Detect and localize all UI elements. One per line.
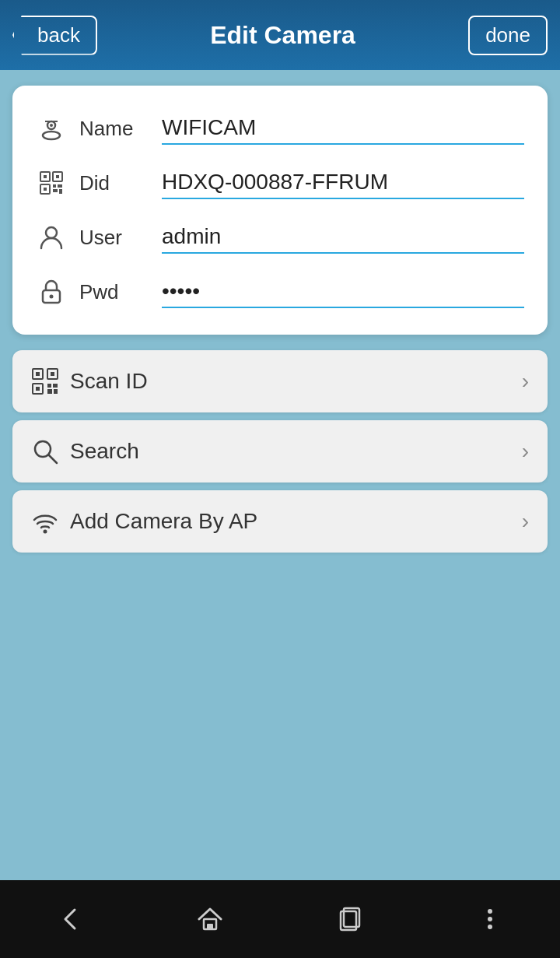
main-content: Name xyxy=(0,70,560,880)
search-label: Search xyxy=(70,439,139,464)
user-input-wrapper xyxy=(162,221,524,254)
svg-point-1 xyxy=(50,124,53,127)
svg-rect-22 xyxy=(36,387,40,391)
nav-recent-button[interactable] xyxy=(319,896,381,942)
svg-rect-11 xyxy=(58,184,62,188)
search-icon xyxy=(31,437,59,465)
svg-point-36 xyxy=(488,925,492,929)
wifi-icon xyxy=(31,507,59,535)
svg-rect-18 xyxy=(36,372,40,376)
nav-home-button[interactable] xyxy=(179,896,241,942)
svg-point-29 xyxy=(44,530,47,534)
search-chevron: › xyxy=(522,439,529,464)
svg-point-35 xyxy=(488,917,492,921)
svg-rect-7 xyxy=(56,175,59,178)
pwd-input[interactable] xyxy=(162,275,524,308)
svg-rect-9 xyxy=(44,188,47,191)
nav-more-button[interactable] xyxy=(459,896,521,942)
user-input[interactable] xyxy=(162,221,524,254)
pwd-input-wrapper xyxy=(162,275,524,308)
svg-line-28 xyxy=(49,455,57,463)
svg-rect-13 xyxy=(59,189,62,194)
did-input[interactable] xyxy=(162,167,524,199)
name-row: Name xyxy=(36,101,524,156)
bottom-navigation xyxy=(0,880,560,958)
svg-rect-5 xyxy=(44,175,47,178)
search-left: Search xyxy=(31,437,139,465)
done-button[interactable]: done xyxy=(468,16,548,55)
user-row: User xyxy=(36,210,524,265)
qr-icon xyxy=(36,167,67,198)
svg-rect-24 xyxy=(53,384,58,388)
svg-point-34 xyxy=(488,909,492,914)
did-label: Did xyxy=(79,171,149,195)
did-input-wrapper xyxy=(162,167,524,199)
more-options-icon xyxy=(474,904,506,935)
svg-point-2 xyxy=(43,132,60,139)
pwd-row: Pwd xyxy=(36,265,524,319)
search-button[interactable]: Search › xyxy=(12,420,548,483)
svg-point-14 xyxy=(46,227,57,238)
scan-qr-icon xyxy=(31,367,59,395)
lock-icon xyxy=(36,276,67,307)
recent-apps-icon xyxy=(334,904,366,935)
add-camera-by-ap-button[interactable]: Add Camera By AP › xyxy=(12,490,548,553)
home-icon xyxy=(194,904,226,935)
scan-id-button[interactable]: Scan ID › xyxy=(12,350,548,412)
svg-rect-31 xyxy=(207,924,213,929)
svg-point-16 xyxy=(50,295,54,299)
back-arrow-icon xyxy=(54,904,86,935)
did-row: Did xyxy=(36,156,524,210)
form-card: Name xyxy=(12,86,548,335)
svg-point-27 xyxy=(35,441,51,457)
page-title: Edit Camera xyxy=(210,21,355,50)
header: back Edit Camera done xyxy=(0,0,560,70)
name-input[interactable] xyxy=(162,112,524,145)
scan-id-chevron: › xyxy=(522,369,529,394)
svg-rect-26 xyxy=(54,389,58,394)
camera-icon xyxy=(36,113,67,144)
name-input-wrapper xyxy=(162,112,524,145)
user-label: User xyxy=(79,226,149,250)
svg-rect-25 xyxy=(47,389,52,394)
scan-id-label: Scan ID xyxy=(70,369,148,394)
svg-rect-20 xyxy=(51,372,54,376)
add-camera-chevron: › xyxy=(522,509,529,534)
svg-rect-12 xyxy=(53,189,58,192)
add-camera-by-ap-label: Add Camera By AP xyxy=(70,509,257,534)
svg-rect-23 xyxy=(47,384,51,388)
user-icon xyxy=(36,222,67,253)
nav-back-button[interactable] xyxy=(39,896,101,942)
back-button[interactable]: back xyxy=(12,16,97,55)
add-camera-left: Add Camera By AP xyxy=(31,507,257,535)
pwd-label: Pwd xyxy=(79,280,149,304)
action-list: Scan ID › Search › xyxy=(12,350,548,553)
scan-id-left: Scan ID xyxy=(31,367,148,395)
svg-rect-10 xyxy=(53,184,56,188)
name-label: Name xyxy=(79,117,149,141)
